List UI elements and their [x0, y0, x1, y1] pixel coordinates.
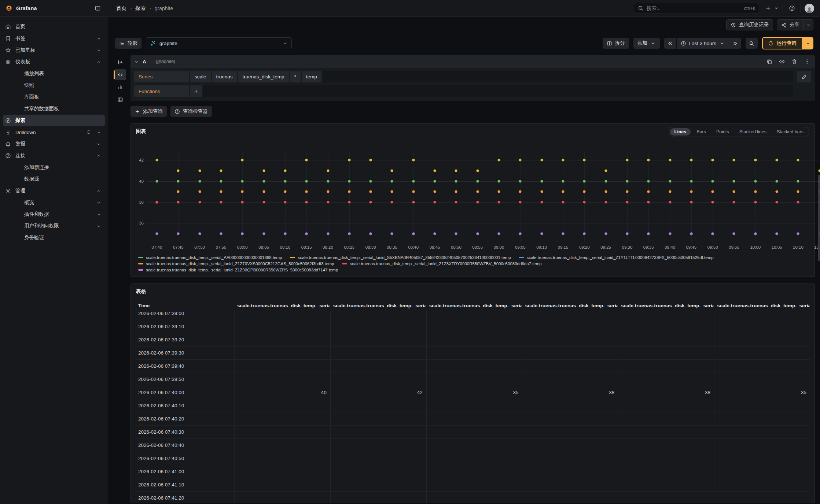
legend-item[interactable]: scale.truenas.truenas_disk_temp._serial_…: [519, 255, 714, 260]
table-body[interactable]: 2026-02-06 07:39:002026-02-06 07:39:1020…: [135, 311, 810, 503]
functions-empty-area[interactable]: [203, 85, 793, 97]
code-view-icon[interactable]: [114, 69, 126, 80]
duplicate-query-icon[interactable]: [766, 59, 772, 64]
sidebar-item-已加星标[interactable]: 已加星标: [3, 44, 105, 56]
sidebar-item-警报[interactable]: 警报: [3, 138, 105, 150]
table-cell-value: [522, 360, 618, 373]
data-point: [156, 159, 158, 162]
search-input[interactable]: 搜索... ctrl+k: [634, 3, 759, 14]
share-menu-caret[interactable]: [804, 19, 813, 30]
search-placeholder: 搜索...: [647, 5, 741, 12]
series-segment[interactable]: truenas_disk_temp: [238, 71, 289, 82]
legend-item[interactable]: scale.truenas.truenas_disk_temp._serial_…: [290, 255, 511, 260]
graph-style-points[interactable]: Points: [712, 128, 733, 136]
time-range-picker[interactable]: Last 3 hours: [677, 38, 729, 49]
table-header-series[interactable]: scale.truenas.truenas_disk_temp._serial_…: [426, 303, 522, 308]
legend-item[interactable]: scale.truenas.truenas_disk_temp._serial_…: [342, 262, 541, 266]
add-query-button[interactable]: 添加查询: [130, 106, 167, 117]
edit-query-pencil-icon[interactable]: [797, 71, 811, 82]
help-icon[interactable]: [787, 3, 797, 14]
split-button[interactable]: 拆分: [603, 38, 629, 49]
sidebar-item-库面板[interactable]: 库面板: [3, 91, 105, 103]
sidebar-item-管理[interactable]: 管理: [3, 185, 105, 197]
breadcrumb-home[interactable]: 首页: [116, 5, 126, 12]
table-header-series[interactable]: scale.truenas.truenas_disk_temp._serial_…: [234, 303, 330, 308]
add-function-button[interactable]: +: [190, 85, 202, 97]
chart-plot-area[interactable]: 36384042: [147, 152, 820, 242]
series-segment[interactable]: scale: [190, 71, 211, 82]
legend-item[interactable]: scale.truenas.truenas_disk_temp._serial_…: [138, 268, 338, 272]
data-point: [540, 201, 543, 204]
sidebar-item-播放列表[interactable]: 播放列表: [3, 68, 105, 79]
sidebar-item-数据源[interactable]: 数据源: [3, 173, 105, 185]
data-point: [434, 190, 436, 193]
breadcrumb-explore[interactable]: 探索: [135, 5, 146, 12]
sidebar-item-首页[interactable]: 首页: [3, 21, 105, 33]
sidebar-item-快照[interactable]: 快照: [3, 79, 105, 91]
user-avatar[interactable]: [805, 4, 814, 13]
sidebar-item-身份验证[interactable]: 身份验证: [3, 232, 105, 244]
data-point: [797, 233, 799, 235]
sidebar-item-插件和数据[interactable]: 插件和数据: [3, 208, 105, 220]
legend-item[interactable]: scale.truenas.truenas_disk_temp._serial_…: [138, 262, 334, 266]
datasource-picker[interactable]: graphite: [146, 37, 292, 49]
sidebar-item-用户和访问权限[interactable]: 用户和访问权限: [3, 220, 105, 232]
run-query-button[interactable]: 运行查询: [762, 37, 802, 49]
drag-handle-icon[interactable]: [804, 59, 810, 64]
table-cell-value: 42: [330, 386, 426, 399]
time-shift-forward-button[interactable]: [729, 38, 741, 49]
sidebar-toggle-icon[interactable]: [92, 3, 103, 14]
new-menu-button[interactable]: [763, 3, 779, 14]
data-point: [519, 159, 522, 162]
table-header-row: Timescale.truenas.truenas_disk_temp._ser…: [135, 300, 810, 311]
sidebar-item-仪表板[interactable]: 仪表板: [3, 56, 105, 68]
graph-style-lines[interactable]: Lines: [670, 128, 691, 136]
sidebar-item-概况[interactable]: 概况: [3, 197, 105, 208]
table-header-series[interactable]: scale.truenas.truenas_disk_temp._serial_…: [330, 303, 426, 308]
table-cell-value: [522, 412, 618, 425]
share-button[interactable]: 分享: [777, 19, 804, 30]
table-header-series[interactable]: scale.truenas.truenas_disk_temp._serial_…: [522, 303, 618, 308]
page-scrollbar-thumb[interactable]: [818, 175, 820, 261]
sidebar-item-共享的数据面板[interactable]: 共享的数据面板: [3, 103, 105, 115]
legend-item[interactable]: scale.truenas.truenas_disk_temp._serial_…: [138, 255, 282, 260]
query-row-header[interactable]: A (graphite): [130, 55, 815, 68]
query-inspector-button[interactable]: 查询检查器: [170, 106, 212, 117]
query-history-button[interactable]: 查询历史记录: [726, 19, 773, 30]
add-button[interactable]: 添加: [633, 38, 660, 49]
run-query-interval-caret[interactable]: [802, 37, 813, 49]
graph-style-bars[interactable]: Bars: [692, 128, 710, 136]
sidebar-item-添加新连接[interactable]: 添加新连接: [3, 162, 105, 173]
table-header-series[interactable]: scale.truenas.truenas_disk_temp._serial_…: [618, 303, 714, 308]
data-point: [690, 190, 692, 193]
outline-button[interactable]: 轮廓: [115, 38, 141, 49]
time-shift-back-button[interactable]: [664, 38, 676, 49]
series-segment[interactable]: truenas: [212, 71, 237, 82]
remove-query-trash-icon[interactable]: [791, 59, 797, 64]
data-point: [690, 233, 692, 235]
sidebar-item-书签[interactable]: 书签: [3, 33, 105, 44]
graph-style-stacked-bars[interactable]: Stacked bars: [772, 128, 808, 136]
series-add-segment-area[interactable]: [323, 71, 793, 82]
grafana-logo-icon: [5, 3, 12, 14]
graph-view-icon[interactable]: [114, 82, 126, 93]
data-point: [434, 233, 436, 235]
graph-style-stacked-lines[interactable]: Stacked lines: [735, 128, 771, 136]
series-segment[interactable]: temp: [302, 71, 321, 82]
hide-response-eye-icon[interactable]: [779, 59, 785, 64]
table-view-icon[interactable]: [114, 94, 126, 105]
sidebar-item-连接[interactable]: 连接: [3, 150, 105, 162]
x-axis-tick-label: 08:10: [280, 245, 290, 249]
data-point: [604, 180, 607, 182]
graph-panel: 图表 LinesBarsPointsStacked linesStacked b…: [130, 123, 815, 277]
zoom-out-button[interactable]: [746, 38, 758, 49]
data-point: [669, 159, 671, 162]
table-header-series[interactable]: scale.truenas.truenas_disk_temp._serial_…: [714, 303, 810, 308]
sidebar-item-Drilldown[interactable]: Drilldown: [3, 126, 105, 138]
table-row: 2026-02-06 07:40:20: [135, 412, 810, 426]
data-point: [669, 233, 671, 235]
table-header-time[interactable]: Time: [135, 303, 234, 308]
collapse-row-icon[interactable]: [114, 57, 126, 68]
sidebar-item-探索[interactable]: 探索: [3, 115, 105, 126]
series-segment[interactable]: *: [290, 71, 301, 82]
